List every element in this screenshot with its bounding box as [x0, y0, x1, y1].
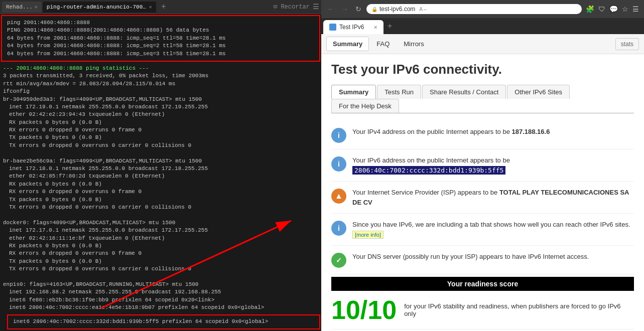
browser-tab-bar: Test IPv6 ✕ + [321, 18, 644, 34]
terminal-line: inet 172.18.0.1 netmask 255.255.0.0 broa… [3, 165, 318, 173]
tab-share-results[interactable]: Share Results / Contact [422, 85, 506, 99]
terminal-line: 64 bytes from 2001:4860:4860::8888: icmp… [7, 50, 314, 58]
terminal-tab-active-label: ping-router-admin-anuncio-700... [47, 4, 147, 10]
tab-title: Test IPv6 [339, 24, 364, 31]
lock-icon: 🔒 [371, 7, 377, 12]
info-text-ipv6: Your IPv6 address on the public Internet… [352, 155, 634, 175]
back-button[interactable]: ← [325, 4, 336, 14]
menu-icon[interactable]: ☰ [631, 4, 640, 14]
recortar-button[interactable]: ⊡ Recortar [274, 3, 310, 11]
new-tab-button[interactable]: + [159, 3, 168, 12]
nav-stats[interactable]: stats [615, 38, 639, 50]
info-text-ipv4: Your IPv4 address on the public Internet… [352, 127, 634, 137]
new-browser-tab-button[interactable]: + [383, 22, 396, 31]
info-text-tab-notice: Since you have IPv6, we are including a … [352, 220, 634, 239]
url-bar[interactable]: 🔒 test-ipv6.com A↔ [366, 4, 582, 14]
ping-output: ping 2001:4860:4860::8888 PING 2001:4860… [4, 17, 317, 60]
info-row-isp: ▲ Your Internet Service Provider (ISP) a… [331, 182, 634, 214]
terminal-line: enp1s0: flags=4163<UP,BROADCAST,RUNNING,… [3, 281, 318, 288]
terminal-tab-ping[interactable]: ping-router-admin-anuncio-700... ✕ [43, 2, 156, 13]
terminal-line: 3 packets transmitted, 3 received, 0% pa… [3, 72, 318, 80]
chat-icon[interactable]: 💬 [608, 4, 619, 14]
info-row-tab-notice: i Since you have IPv6, we are including … [331, 214, 634, 246]
terminal-line: inet 172.19.0.1 netmask 255.255.0.0 broa… [3, 103, 318, 111]
terminal-line: inet 192.168.88.2 netmask 255.255.255.0 … [3, 288, 318, 296]
terminal-line: TX errors 0 dropped 0 overruns 0 carrier… [3, 204, 318, 211]
ipv6-highlight-box: inet6 2806:40c:7002:cccc:332d:bdd1:939b:… [7, 314, 320, 329]
tab-summary[interactable]: Summary [331, 85, 376, 99]
terminal-line: br-304959ded3a3: flags=4099<UP,BROADCAST… [3, 96, 318, 103]
readiness-header: Your readiness score [331, 277, 634, 291]
more-info-link[interactable]: [more info] [352, 231, 383, 239]
site-navigation: Summary FAQ Mirrors stats [321, 34, 644, 54]
terminal-line: PING 2001:4860:4860::8888(2001:4860:4860… [7, 27, 314, 34]
refresh-button[interactable]: ↻ [353, 4, 363, 14]
browser-chrome: ← → ↻ 🔒 test-ipv6.com A↔ 🧩 🛡 💬 ☆ ☰ [321, 0, 644, 18]
readiness-description: for your IPv6 stability and readiness, w… [404, 302, 634, 317]
terminal-tab-bar: Rehad... ✕ ping-router-admin-anuncio-700… [0, 0, 321, 14]
translate-icon[interactable]: A↔ [419, 7, 428, 12]
terminal-line: RX packets 0 bytes 0 (0.0 B) [3, 242, 318, 250]
terminal-line: inet6 fe80::eb2b:bc36:1f9e:bb9 prefixlen… [3, 296, 318, 304]
terminal-line: inet6 2806:40c:7002:cccc:ea1e:4e5e:1b18:… [3, 304, 318, 311]
ipv6-inet6-line: inet6 2806:40c:7002:cccc:332d:bdd1:939b:… [10, 316, 317, 327]
terminal-line: RX errors 0 dropped 0 overruns 0 frame 0 [3, 126, 318, 134]
info-icon-dns: ✓ [331, 253, 346, 268]
tab-other-ipv6[interactable]: Other IPv6 Sites [507, 85, 570, 99]
info-icon-isp: ▲ [331, 189, 346, 204]
bookmark-icon[interactable]: ☆ [621, 4, 629, 14]
terminal-line: ether 02:42:85:f7:80:2d txqueuelen 0 (Et… [3, 173, 318, 180]
readiness-body: 10/10 for your IPv6 stability and readin… [331, 291, 634, 329]
tab-tests-run[interactable]: Tests Run [377, 85, 421, 99]
close-icon[interactable]: ✕ [35, 4, 38, 10]
content-tab-bar: Summary Tests Run Share Results / Contac… [331, 85, 634, 113]
tab-favicon [329, 24, 336, 31]
extensions-icon[interactable]: 🧩 [585, 4, 595, 14]
terminal-line: ifconfig [3, 88, 318, 95]
shield-icon[interactable]: 🛡 [597, 4, 606, 14]
url-text: test-ipv6.com [379, 6, 415, 13]
terminal-line: TX packets 0 bytes 0 (0.0 B) [3, 196, 318, 204]
terminal-line: RX errors 0 dropped 0 overruns 0 frame 0 [3, 188, 318, 196]
terminal-line: RX errors 0 dropped 0 overruns 0 frame 0 [3, 250, 318, 257]
terminal-line: RX packets 0 bytes 0 (0.0 B) [3, 181, 318, 188]
terminal-line: --- 2001:4860:4860::8888 ping statistics… [3, 65, 318, 72]
terminal-line: TX errors 0 dropped 0 overruns 0 carrier… [3, 265, 318, 273]
nav-faq[interactable]: FAQ [370, 37, 396, 51]
nav-test-ipv6[interactable]: Summary [326, 37, 369, 51]
terminal-line: docker0: flags=4099<UP,BROADCAST,MULTICA… [3, 219, 318, 227]
nav-mirrors[interactable]: Mirrors [397, 37, 430, 51]
terminal-menu-icon[interactable]: ☰ [313, 3, 319, 11]
info-row-dns: ✓ Your DNS server (possibly run by your … [331, 246, 634, 274]
terminal-line: RX packets 0 bytes 0 (0.0 B) [3, 119, 318, 126]
browser-action-buttons: 🧩 🛡 💬 ☆ ☰ [585, 4, 640, 14]
close-icon-active[interactable]: ✕ [149, 4, 152, 10]
website-content: Summary FAQ Mirrors stats Test your IPv6… [321, 34, 644, 331]
info-text-isp: Your Internet Service Provider (ISP) app… [352, 188, 634, 207]
terminal-line: TX packets 0 bytes 0 (0.0 B) [3, 134, 318, 141]
readiness-section: Your readiness score 10/10 for your IPv6… [331, 277, 634, 329]
terminal-stats-section: --- 2001:4860:4860::8888 ping statistics… [0, 63, 321, 314]
terminal-tab-label: Rehad... [6, 4, 33, 10]
terminal-line: 64 bytes from 2001:4860:4860::8888: icmp… [7, 35, 314, 42]
terminal-line: ether 02:42:e2:23:94:43 txqueuelen 0 (Et… [3, 111, 318, 118]
terminal-line: rtt min/avg/max/mdev = 28.083/28.094/28.… [3, 80, 318, 88]
terminal-line: br-baee2be56c9a: flags=4099<UP,BROADCAST… [3, 157, 318, 165]
browser-tab-active[interactable]: Test IPv6 ✕ [323, 20, 383, 34]
info-icon-tab-notice: i [331, 221, 346, 236]
terminal-panel: Rehad... ✕ ping-router-admin-anuncio-700… [0, 0, 321, 331]
info-row-ipv6: i Your IPv6 address on the public Intern… [331, 149, 634, 182]
page-title: Test your IPv6 connectivity. [331, 62, 634, 77]
browser-panel: ← → ↻ 🔒 test-ipv6.com A↔ 🧩 🛡 💬 ☆ ☰ Test … [321, 0, 644, 331]
forward-button[interactable]: → [339, 4, 350, 14]
tab-close-icon[interactable]: ✕ [373, 25, 377, 30]
ping-highlight-box: ping 2001:4860:4860::8888 PING 2001:4860… [1, 15, 320, 62]
ipv6-address-highlight: 2806:40c:7002:cccc:332d:bdd1:939b:5ff5 [352, 166, 505, 175]
site-main-content: Test your IPv6 connectivity. Summary Tes… [321, 54, 644, 331]
info-row-ipv4: i Your IPv4 address on the public Intern… [331, 121, 634, 149]
terminal-tab-rehadar[interactable]: Rehad... ✕ [2, 2, 42, 13]
tab-help-desk[interactable]: For the Help Desk [331, 99, 399, 113]
terminal-line: inet 172.17.0.1 netmask 255.255.0.0 broa… [3, 227, 318, 234]
info-icon-ipv6: i [331, 156, 346, 172]
terminal-line: inet6 2806:40c:7002:cccc:332d:bdd1:939b:… [13, 318, 314, 325]
